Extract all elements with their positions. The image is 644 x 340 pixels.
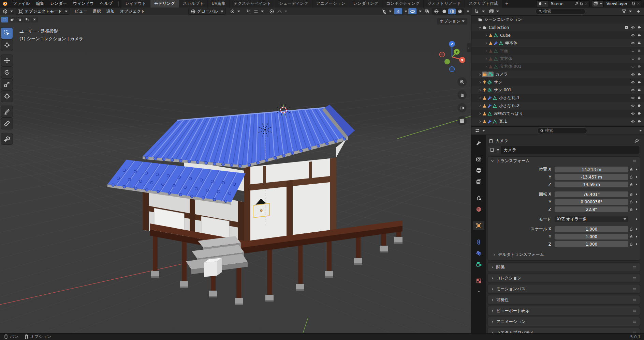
workspace-tab[interactable]: スカルプト — [179, 0, 207, 7]
menu-ファイル[interactable]: ファイル — [10, 0, 33, 7]
viewlayer-selector[interactable]: ViewLayer — [592, 0, 642, 7]
workspace-tab[interactable]: レンダリング — [349, 0, 382, 7]
select-mode-extend[interactable] — [9, 17, 16, 22]
transform-panel-header[interactable]: トランスフォーム — [488, 157, 640, 165]
pin-id-icon[interactable] — [634, 138, 639, 143]
properties-tab-texture[interactable] — [473, 276, 484, 285]
lock-icon[interactable] — [629, 200, 633, 204]
render-visibility-icon[interactable] — [638, 65, 641, 68]
select-mode-intersect[interactable] — [31, 17, 38, 22]
eye-closed-icon[interactable] — [631, 49, 635, 53]
outliner-row[interactable]: 立方体 — [471, 55, 644, 63]
object-name-value[interactable]: カメラ — [501, 147, 519, 153]
animate-dot[interactable] — [636, 201, 637, 203]
shading-material-preview[interactable] — [448, 9, 456, 14]
pivot-point-dropdown[interactable] — [229, 9, 241, 14]
collapsed-panel[interactable]: カスタムプロパティ — [488, 328, 640, 333]
workspace-tab[interactable]: コンポジティング — [382, 0, 423, 7]
eye-icon[interactable] — [631, 26, 635, 29]
outliner-editor-type[interactable] — [473, 9, 486, 14]
new-collection-button[interactable] — [634, 9, 642, 14]
options-button[interactable]: オプション — [437, 18, 467, 25]
value-field[interactable]: 0.000036° — [555, 199, 628, 205]
chevron-down-icon[interactable] — [477, 290, 481, 293]
rotation-mode-select[interactable]: XYZ オイラー角 — [555, 216, 628, 222]
scene-selector[interactable]: Scene — [536, 0, 590, 7]
show-overlays-toggle[interactable] — [408, 8, 416, 14]
render-visibility-icon[interactable] — [638, 49, 641, 53]
camera-data-icon[interactable] — [488, 72, 494, 77]
tool-cursor[interactable] — [1, 40, 13, 51]
expand-icon[interactable] — [478, 112, 482, 115]
viewport-menu-追加[interactable]: 追加 — [104, 9, 117, 14]
mesh-data-icon[interactable] — [498, 41, 503, 46]
lock-icon[interactable] — [629, 207, 633, 211]
menu-編集[interactable]: 編集 — [33, 0, 47, 7]
drag-dots-icon[interactable] — [632, 319, 637, 324]
mesh-data-icon[interactable] — [493, 64, 498, 69]
eye-icon[interactable] — [631, 41, 635, 45]
drag-dots-icon[interactable] — [632, 158, 637, 164]
expand-icon[interactable] — [478, 26, 482, 29]
lock-icon[interactable] — [629, 168, 633, 171]
workspace-tab[interactable]: スクリプト作成 — [465, 0, 501, 7]
properties-tab-object[interactable] — [473, 221, 484, 230]
viewport-menu-ビュー[interactable]: ビュー — [72, 9, 90, 14]
lock-icon[interactable] — [629, 183, 633, 186]
properties-editor-type[interactable] — [473, 128, 486, 134]
mesh-data-icon[interactable] — [492, 119, 497, 124]
shading-dropdown[interactable] — [467, 11, 469, 12]
zoom-button[interactable] — [457, 77, 467, 87]
outliner-row[interactable]: 立方体.001 — [471, 63, 644, 71]
eye-icon[interactable] — [631, 33, 635, 37]
render-visibility-icon[interactable] — [638, 41, 641, 45]
proportional-edit-toggle[interactable] — [268, 9, 276, 14]
menu-ウィンドウ[interactable]: ウィンドウ — [70, 0, 97, 7]
eye-closed-icon[interactable] — [631, 65, 635, 68]
expand-icon[interactable] — [478, 80, 482, 84]
shading-solid[interactable] — [440, 9, 448, 14]
render-visibility-icon[interactable] — [638, 120, 641, 123]
properties-tab-object-data[interactable] — [473, 260, 484, 269]
expand-icon[interactable] — [484, 49, 488, 53]
animate-dot[interactable] — [636, 208, 637, 210]
properties-tab-tool[interactable] — [473, 138, 484, 147]
outliner-search[interactable]: 検索 — [536, 8, 585, 15]
animate-dot[interactable] — [636, 176, 637, 178]
new-scene-icon[interactable] — [580, 2, 583, 5]
workspace-tab[interactable]: シェーディング — [275, 0, 312, 7]
render-visibility-icon[interactable] — [638, 26, 641, 29]
blender-logo-icon[interactable] — [2, 1, 8, 6]
render-visibility-icon[interactable] — [638, 57, 641, 61]
outliner-filter-button[interactable] — [620, 9, 633, 14]
outliner-row[interactable]: サン.001 — [471, 86, 644, 94]
select-mode-new[interactable] — [1, 17, 8, 22]
tool-rotate[interactable] — [1, 67, 13, 78]
expand-icon[interactable] — [484, 41, 488, 45]
sun-icon[interactable] — [487, 80, 492, 85]
mode-dropdown[interactable]: オブジェクトモード — [16, 8, 70, 15]
editor-type-selector[interactable] — [1, 9, 14, 14]
tool-transform[interactable] — [1, 91, 13, 102]
animate-dot[interactable] — [636, 194, 637, 195]
collapsed-panel[interactable]: コレクション — [488, 274, 640, 282]
mesh-data-icon[interactable] — [493, 48, 498, 53]
sun-icon[interactable] — [487, 88, 492, 93]
properties-tab-world[interactable] — [473, 205, 484, 214]
show-object-types-dropdown[interactable] — [380, 9, 393, 14]
value-field[interactable]: 1.000 — [555, 226, 628, 232]
lock-icon[interactable] — [629, 175, 633, 179]
collapsed-panel[interactable]: 関係 — [488, 263, 640, 272]
animate-dot[interactable] — [636, 228, 637, 230]
wrench-icon[interactable] — [493, 41, 498, 46]
eye-icon[interactable] — [631, 120, 635, 123]
mesh-data-icon[interactable] — [492, 103, 497, 108]
scene-name[interactable]: Scene — [548, 1, 573, 6]
properties-options-dropdown[interactable] — [639, 130, 642, 132]
show-gizmos-toggle[interactable] — [394, 8, 402, 14]
outliner-row[interactable]: 小さな瓦.2 — [471, 102, 644, 110]
delta-transform-subpanel[interactable]: デルタトランスフォーム — [488, 251, 640, 258]
lock-icon[interactable] — [629, 192, 633, 196]
outliner-row[interactable]: Collection — [471, 24, 644, 31]
eye-icon[interactable] — [631, 80, 635, 84]
